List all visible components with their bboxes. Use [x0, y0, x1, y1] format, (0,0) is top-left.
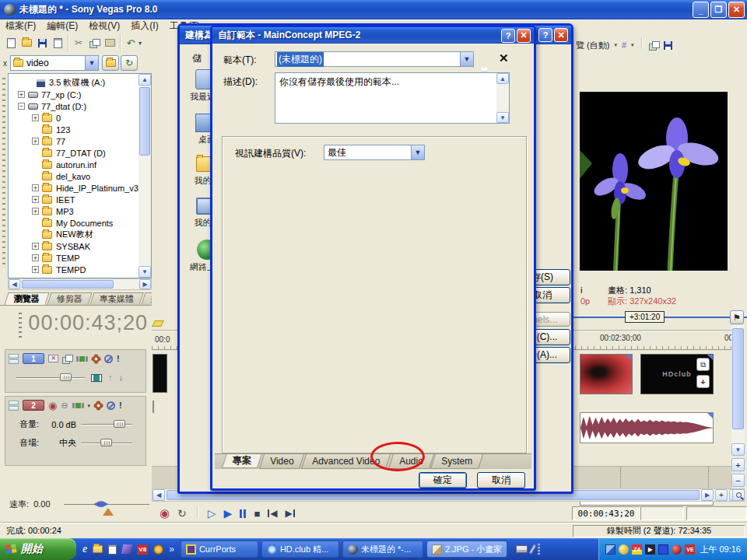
taskbar-item-vegas[interactable]: 未標題的 *-... — [342, 541, 423, 558]
play-button[interactable]: ▶ — [224, 507, 233, 520]
selection-start-display[interactable] — [640, 506, 684, 520]
quality-dropdown-icon[interactable]: ▾ — [614, 42, 617, 48]
tab-system[interactable]: System — [430, 454, 483, 469]
template-dialog-titlebar[interactable]: 自訂範本 - MainConcept MPEG-2 ? ✕ — [212, 27, 534, 44]
tab-explorer[interactable]: 瀏覽器 — [4, 292, 49, 305]
scroll-thumb[interactable] — [139, 87, 150, 156]
save-icon[interactable] — [34, 36, 50, 51]
track-fx-icon[interactable] — [76, 356, 88, 362]
marker-time-box[interactable]: +3:01:20 — [625, 311, 665, 323]
timeline-vscrollbar[interactable]: ▼ — [731, 325, 745, 456]
track1-header[interactable]: 1 ✕ ! ↑ ↓ — [5, 349, 146, 393]
player-tray-icon[interactable]: ▶ — [645, 544, 655, 555]
loop-region-marker[interactable] — [152, 320, 164, 327]
automation-icon[interactable] — [93, 355, 100, 362]
preview-quality-label[interactable]: 覽 (自動) — [576, 40, 609, 51]
rate-slider[interactable] — [64, 504, 149, 505]
scroll-down-icon[interactable]: ▼ — [139, 266, 151, 278]
stop-button[interactable]: ■ — [254, 508, 260, 520]
properties-icon[interactable] — [50, 36, 65, 51]
red-ball-icon[interactable] — [672, 544, 682, 555]
cancel-button[interactable]: 取消 — [477, 472, 525, 488]
open-icon[interactable] — [19, 36, 34, 51]
grid-overlay-icon[interactable]: # — [622, 40, 626, 50]
tree-item[interactable]: −77_dtat (D:) — [9, 100, 151, 112]
tree-item[interactable]: del_kavo — [9, 170, 151, 182]
clock[interactable]: 上午 09:16 — [700, 544, 741, 555]
ie-icon[interactable]: e — [82, 543, 87, 555]
record-button[interactable]: ◉ — [160, 506, 170, 520]
tree-item[interactable]: 123 — [9, 124, 151, 135]
expand-icon[interactable]: + — [32, 266, 39, 273]
pen-icon[interactable] — [529, 544, 536, 554]
scroll-up-icon[interactable]: ▲ — [496, 73, 509, 84]
scroll-thumb[interactable] — [732, 328, 744, 429]
scroll-thumb[interactable] — [22, 280, 114, 289]
track2-header[interactable]: 2 ◉ ⊖ ▾ ! 音量: 0.0 dB 音場: 中央 — [5, 396, 146, 466]
taskbar-item-hdclub[interactable]: HD.club 精... — [261, 541, 339, 558]
close-button[interactable]: ✕ — [554, 28, 568, 42]
solo-icon[interactable]: ! — [117, 355, 120, 363]
pan-slider[interactable] — [81, 439, 132, 446]
expand-icon[interactable]: + — [32, 138, 39, 145]
folder-quick-icon[interactable] — [93, 545, 103, 553]
taskbar-item-paint[interactable]: 2.JPG - 小畫家 — [426, 541, 507, 558]
yellow-ball-icon[interactable] — [619, 544, 629, 555]
zonealarm-icon[interactable]: ZA — [632, 544, 642, 555]
waveform-left-channel[interactable] — [580, 412, 714, 443]
tree-item[interactable]: +SYSBAK — [9, 240, 151, 252]
delete-template-icon[interactable]: ✕ — [499, 51, 509, 65]
blue-square-icon[interactable] — [658, 544, 668, 555]
tab-video[interactable]: Video — [259, 454, 305, 469]
track1-number-badge[interactable]: 1 — [23, 353, 44, 364]
go-to-start-button[interactable]: ◀ — [268, 508, 277, 519]
gear-quick-icon[interactable] — [153, 544, 163, 555]
zoom-in-button[interactable]: + — [715, 489, 728, 501]
keyboard-icon[interactable] — [516, 545, 528, 553]
tree-item[interactable]: +77_xp (C:) — [9, 89, 151, 100]
solo-icon[interactable]: ! — [119, 401, 122, 410]
track2-number-badge[interactable]: 2 — [23, 400, 44, 411]
description-scrollbar[interactable]: ▲ ▼ — [496, 73, 509, 123]
compositing-icon[interactable] — [62, 355, 72, 363]
scroll-down-icon[interactable]: ▼ — [496, 112, 509, 123]
tree-item[interactable]: +Hide_IP_Platinum_v3[: — [9, 182, 151, 194]
motion-blur-icon[interactable]: ✕ — [48, 355, 58, 362]
volume-slider[interactable] — [81, 421, 132, 428]
undo-dropdown-icon[interactable]: ▾ — [139, 40, 142, 47]
overflow-icon[interactable]: » — [169, 544, 174, 555]
tree-item[interactable]: 77_DTAT (D) — [9, 147, 151, 159]
mute-icon[interactable] — [104, 355, 113, 363]
main-titlebar[interactable]: 未標題的 * - Sony Vegas Pro 8.0 _ ❐ ✕ — [0, 0, 747, 19]
expand-icon[interactable]: + — [32, 254, 39, 261]
mute-icon[interactable] — [107, 401, 115, 410]
tree-item[interactable]: +TEMPD — [9, 264, 151, 275]
event-fx-button[interactable]: + — [696, 375, 710, 388]
tree-item[interactable]: +MP3 — [9, 205, 151, 217]
tree-item[interactable]: My Documents — [9, 217, 151, 229]
tab-project[interactable]: 專案 — [222, 453, 262, 468]
scroll-up-icon[interactable]: ▲ — [139, 74, 151, 86]
tab-trimmer[interactable]: 修剪器 — [47, 292, 92, 305]
tree-scrollbar[interactable]: ▲ ▼ — [139, 74, 151, 278]
tree-item[interactable]: +TEMP — [9, 252, 151, 264]
event-pan-crop-button[interactable]: ⧉ — [696, 358, 710, 371]
scroll-left-icon[interactable]: ◀ — [153, 489, 165, 501]
copy-snapshot-icon[interactable] — [649, 41, 659, 50]
undo-icon[interactable]: ↶ — [123, 36, 139, 51]
tree-item[interactable]: NEW教材 — [9, 229, 151, 240]
menu-edit[interactable]: 編輯(E) — [47, 19, 78, 33]
new-project-icon[interactable] — [3, 36, 19, 51]
panel-grip[interactable] — [2, 78, 5, 264]
zoom-tool-icon[interactable] — [732, 489, 745, 501]
marker-tool-button[interactable]: ⚑ — [730, 310, 744, 324]
tab-project-media[interactable]: 專案媒體 — [89, 292, 143, 305]
close-button[interactable]: ✕ — [728, 2, 745, 18]
video-clip-fragment[interactable] — [153, 354, 167, 393]
cut-icon[interactable]: ✂ — [71, 36, 86, 51]
minimize-button[interactable]: _ — [693, 2, 709, 18]
zoom-in-vertical-button[interactable]: + — [731, 458, 745, 471]
menu-insert[interactable]: 插入(I) — [131, 19, 158, 33]
timecode-display[interactable]: 00:00:43;20 — [8, 311, 148, 335]
quality-combo[interactable]: 最佳 ▼ — [324, 145, 425, 160]
